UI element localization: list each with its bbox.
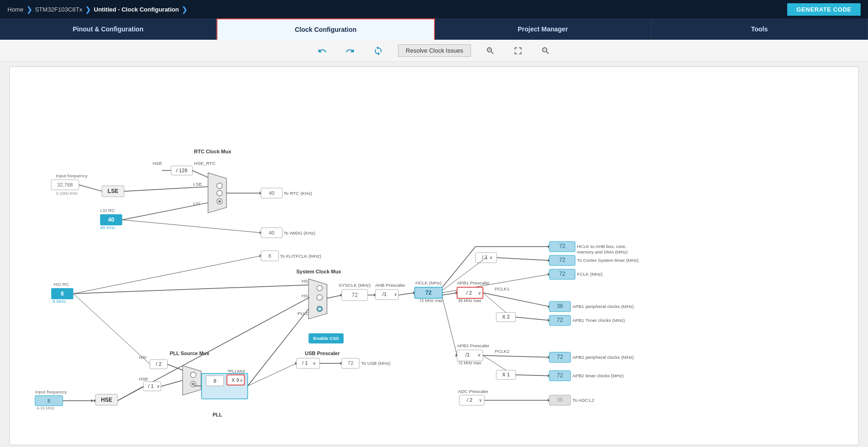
ahb-value: /1: [382, 291, 386, 297]
hclk-ahb-label2: memory and DMA (MHz): [577, 249, 628, 254]
hsi-div2-label: / 2: [156, 361, 162, 367]
rtc-mux-label: RTC Clock Mux: [194, 149, 231, 154]
ahb-label: AHB Prescaler: [375, 283, 405, 288]
pll-mul-label: *PLLMul: [227, 368, 245, 374]
adc-out-label: To ADC1,2: [573, 398, 595, 403]
sys-mux-radio-hse[interactable]: [317, 295, 322, 300]
hse-label: HSE: [101, 397, 112, 403]
breadcrumb-home[interactable]: Home: [7, 6, 24, 13]
hclk-max: 72 MHz max: [419, 298, 443, 303]
lsi-rc-unit: 40 KHz: [100, 225, 115, 230]
sysclk-value: 72: [352, 292, 358, 298]
line-div1-cortex: [497, 258, 549, 260]
hse-div1-dropdown: ∨: [157, 384, 160, 389]
to-flit-label: To FLITFCLK (MHz): [280, 254, 321, 259]
lse-mux-label: LSE: [193, 181, 202, 187]
pll-mul-input-value: 8: [213, 378, 216, 384]
sys-clk-mux-label: System Clock Mux: [296, 269, 342, 274]
input-freq-value-top: 32.768: [57, 182, 73, 187]
apb1-timer-value: 72: [557, 317, 563, 323]
hse-rtc-in-label: HSE: [153, 161, 163, 166]
pll-mul-dropdown: ∨: [240, 378, 243, 383]
adc-value: / 2: [467, 397, 472, 403]
diagram-container: Input frequency 32.768 0-1000 KHz LSE LS…: [9, 66, 859, 445]
sysclk-label: SYSCLK (MHz): [339, 283, 371, 288]
pll-mux-radio-hsi[interactable]: [191, 372, 196, 378]
undo-button[interactable]: [314, 44, 331, 57]
line-hclk-apb1: [442, 293, 457, 295]
breadcrumb-sep-1: ❯: [26, 5, 32, 14]
pll-mul-value: X 9: [231, 377, 239, 383]
hclk-ahb-label: HCLK to AHB bus, core,: [577, 244, 627, 249]
fit-button[interactable]: [510, 44, 526, 57]
clock-diagram: Input frequency 32.768 0-1000 KHz LSE LS…: [10, 67, 858, 445]
sys-mux-radio-hsi[interactable]: [317, 285, 322, 291]
hsi-rc-label: HSI RC: [54, 282, 69, 287]
rtc-mux-radio-lse[interactable]: [217, 190, 223, 196]
input-freq-range-bottom: 4-16 MHz: [36, 406, 54, 411]
cortex-value: 72: [559, 257, 566, 263]
breadcrumb-current[interactable]: Untitled - Clock Configuration: [94, 6, 179, 13]
line-hse-div1: [118, 387, 144, 401]
apb2-timer-value: 72: [557, 372, 563, 379]
zoom-in-button[interactable]: [482, 44, 499, 57]
pll-source-mux-shape: [183, 366, 201, 395]
tab-project[interactable]: Project Manager: [435, 18, 651, 40]
div1-cortex-label: / 1: [482, 254, 488, 260]
line-ahb-hclk: [398, 293, 415, 295]
usb-div-dropdown: ∨: [313, 361, 316, 366]
tab-pinout[interactable]: Pinout & Configuration: [0, 18, 217, 40]
div128-label: / 128: [176, 168, 187, 173]
line-apb1-x2: [483, 293, 506, 313]
hse-rtc-label: HSE_RTC: [194, 161, 216, 166]
x1-label: X 1: [502, 372, 510, 377]
hse-div1-label: / 1: [148, 383, 154, 389]
rtc-mux-radio-hse[interactable]: [217, 183, 223, 188]
input-freq-range-top: 0-1000 KHz: [56, 191, 78, 196]
breadcrumb-sep-3: ❯: [181, 5, 187, 14]
apb2-peri-label: APB2 peripheral clocks (MHz): [573, 355, 634, 360]
usb-div-value: / 1: [302, 360, 307, 366]
rtc-out-value: 40: [269, 190, 274, 196]
apb1-peri-label: APB1 peripheral clocks (MHz): [573, 304, 634, 309]
pll-label: PLL: [213, 412, 223, 417]
sys-mux-radio-pll-dot: [318, 308, 321, 310]
apb2-value: /1: [465, 352, 470, 357]
pclk1-label: PCLK1: [495, 286, 510, 291]
tab-clock[interactable]: Clock Configuration: [217, 18, 434, 40]
usb-div-box[interactable]: [296, 358, 319, 368]
arrow-hse2: [91, 399, 93, 403]
breadcrumb-device[interactable]: STM32F103C8Tx: [35, 6, 83, 13]
input-freq-label-top: Input frequency: [56, 173, 88, 178]
toolbar: Resolve Clock Issues: [0, 40, 868, 62]
line-lse-mux: [124, 187, 208, 191]
generate-code-button[interactable]: GENERATE CODE: [787, 3, 861, 16]
ahb-dropdown-arrow: ∨: [394, 292, 397, 297]
line-hsi-pll: [73, 294, 150, 364]
apb2-prescaler-label: APB2 Prescaler: [457, 343, 490, 348]
apb1-timer-label: APB1 Timer clocks (MHz): [573, 318, 625, 323]
refresh-button[interactable]: [369, 44, 387, 58]
apb2-max: 72 MHz max: [458, 361, 482, 365]
zoom-out-button[interactable]: [537, 44, 554, 57]
line-apb2-x1: [483, 356, 506, 370]
tab-tools[interactable]: Tools: [651, 18, 868, 40]
usb-out-value: 72: [348, 360, 353, 366]
top-navigation: Home ❯ STM32F103C8Tx ❯ Untitled - Clock …: [0, 0, 868, 18]
line-input-lse: [79, 185, 102, 191]
hsi-rc-value: 8: [61, 290, 64, 297]
to-rtc-label: To RTC (KHz): [283, 191, 312, 196]
line-iwdg: [122, 220, 261, 233]
hclk-value: 72: [425, 290, 432, 296]
adc-out-value: 36: [557, 397, 563, 403]
redo-button[interactable]: [342, 44, 358, 57]
hsi-sys-label: HSI: [301, 278, 309, 284]
enable-css-label: Enable CSS: [313, 336, 339, 341]
resolve-clock-button[interactable]: Resolve Clock Issues: [398, 44, 471, 57]
lse-label: LSE: [108, 188, 118, 194]
to-iwdg-label: To IWDG (KHz): [283, 230, 315, 236]
hclk-ahb-value: 72: [559, 243, 566, 249]
lsi-rc-value: 40: [108, 217, 115, 223]
line-hse-div1-mux: [161, 381, 183, 387]
hclk-label: HCLK (MHz): [416, 280, 442, 285]
